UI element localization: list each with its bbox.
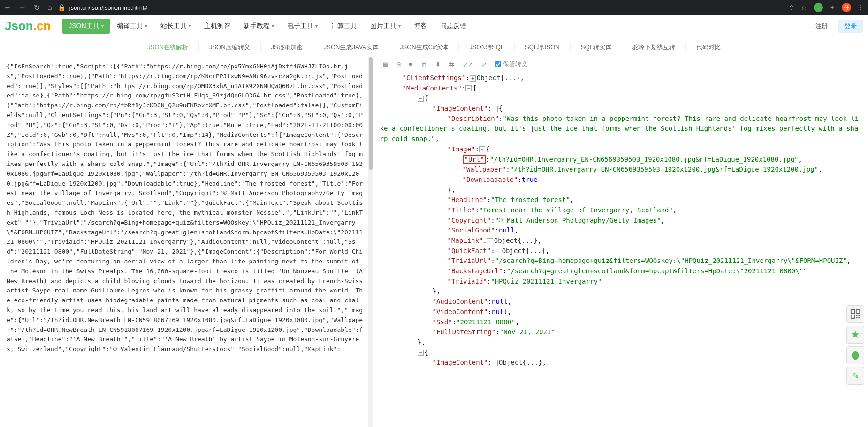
svg-rect-0 [851, 310, 854, 313]
reload-icon[interactable]: ↻ [34, 3, 40, 12]
subnav-item[interactable]: JSON压缩转义 [199, 43, 261, 52]
svg-rect-1 [856, 310, 860, 313]
subnav-item[interactable]: SQL转实体 [571, 43, 622, 52]
main-area: {"IsEnSearch":true,"Scripts":[{"Path":"h… [0, 57, 868, 427]
chevron-down-icon: ▾ [315, 23, 318, 29]
user-avatar[interactable]: 仔 [842, 3, 851, 12]
scrollbar-thumb[interactable] [369, 57, 373, 170]
login-button[interactable]: 登录 [838, 20, 863, 33]
lock-icon: 🔒 [58, 4, 66, 11]
menu-item[interactable]: JSON工具▾ [62, 19, 110, 34]
svg-rect-4 [858, 315, 860, 316]
menu-item[interactable]: 问题反馈 [434, 19, 473, 34]
delete-icon[interactable]: 🗑 [421, 61, 427, 68]
collapse-icon[interactable]: ↙↗ [463, 61, 473, 68]
forward-icon: → [19, 3, 26, 12]
back-icon[interactable]: ← [4, 3, 11, 12]
collapse-icon[interactable]: − [465, 85, 472, 91]
url-key-highlighted: "Url" [463, 155, 486, 164]
menu-item[interactable]: 新手教程▾ [237, 19, 281, 34]
main-menu: JSON工具▾编译工具▾站长工具▾主机测评新手教程▾电子工具▾计算工具图片工具▾… [62, 19, 809, 34]
subnav-item[interactable]: 代码对比 [686, 43, 731, 52]
subnav-item[interactable]: 驼峰下划线互转 [622, 43, 686, 52]
edit-button[interactable]: ✎ [846, 367, 864, 385]
home-icon[interactable]: ⌂ [47, 3, 52, 12]
chevron-down-icon: ▾ [272, 23, 274, 29]
bookmark-icon[interactable]: ☆ [801, 4, 807, 11]
subnav-item[interactable]: JS混淆加密 [261, 43, 313, 52]
extension-icon[interactable] [814, 3, 823, 12]
keep-escape-checkbox[interactable]: 保留转义 [495, 60, 527, 68]
menu-icon[interactable]: ⋮ [858, 4, 864, 11]
expand-icon[interactable]: + [487, 238, 493, 244]
save-icon[interactable]: ⎘ [397, 61, 401, 68]
browser-toolbar: ← → ↻ ⌂ 🔒 json.cn/json/jsononline.html# … [0, 0, 868, 15]
svg-rect-3 [856, 315, 858, 316]
chevron-down-icon: ▾ [398, 23, 401, 29]
download-icon[interactable]: ⬇ [435, 61, 441, 68]
extensions-icon[interactable]: ✦ [830, 4, 835, 11]
format-icon[interactable]: ≡ [409, 61, 413, 68]
svg-point-7 [852, 351, 859, 360]
menu-item[interactable]: 站长工具▾ [154, 19, 198, 34]
menu-item[interactable]: 博客 [407, 19, 434, 34]
expand-icon[interactable]: + [492, 360, 498, 366]
subnav-item[interactable]: JSON生成C#实体 [389, 43, 459, 52]
scrollbar[interactable] [368, 57, 373, 427]
expand-icon[interactable]: + [495, 248, 501, 254]
menu-item[interactable]: 图片工具▾ [364, 19, 407, 34]
copy-icon[interactable]: ▤ [383, 61, 388, 68]
url-text[interactable]: json.cn/json/jsononline.html# [69, 4, 147, 11]
float-sidebar: ★ ✎ [846, 305, 864, 385]
logo[interactable]: Json.cn [5, 19, 51, 33]
collapse-icon[interactable]: − [492, 106, 498, 112]
register-button[interactable]: 注册 [809, 20, 834, 33]
subnav-item[interactable]: JSON生成JAVA实体 [313, 43, 389, 52]
menu-item[interactable]: 编译工具▾ [110, 19, 154, 34]
raw-json-input[interactable]: {"IsEnSearch":true,"Scripts":[{"Path":"h… [0, 57, 373, 359]
expand-icon[interactable]: ⤢ [481, 61, 487, 68]
collapse-icon[interactable]: − [479, 146, 485, 152]
collapse-icon[interactable]: − [418, 96, 424, 102]
site-header: Json.cn JSON工具▾编译工具▾站长工具▾主机测评新手教程▾电子工具▾计… [0, 15, 868, 37]
subnav-item[interactable]: JSON在线解析 [137, 43, 199, 52]
input-pane: {"IsEnSearch":true,"Scripts":[{"Path":"h… [0, 57, 373, 427]
json-tree[interactable]: "ClientSettings":+Object{...}, "MediaCon… [373, 71, 868, 375]
chevron-down-icon: ▾ [189, 23, 191, 29]
menu-item[interactable]: 主机测评 [198, 19, 237, 34]
expand-icon[interactable]: + [470, 75, 476, 82]
output-toolbar: ▤ ⎘ ≡ 🗑 ⬇ ⇆ ↙↗ ⤢ 保留转义 [373, 57, 868, 71]
qq-button[interactable] [846, 346, 864, 364]
subnav-item[interactable]: SQL转JSON [515, 43, 571, 52]
output-pane: ▤ ⎘ ≡ 🗑 ⬇ ⇆ ↙↗ ⤢ 保留转义 "ClientSettings":+… [373, 57, 868, 427]
qr-code-button[interactable] [846, 305, 864, 323]
svg-rect-2 [851, 315, 854, 318]
share-icon[interactable]: ⇆ [449, 61, 454, 68]
svg-rect-5 [856, 317, 858, 318]
favorite-button[interactable]: ★ [846, 326, 864, 344]
sub-nav: JSON在线解析JSON压缩转义JS混淆加密JSON生成JAVA实体JSON生成… [0, 37, 868, 57]
svg-rect-6 [858, 317, 860, 318]
chevron-down-icon: ▾ [145, 23, 147, 29]
chevron-down-icon: ▾ [101, 23, 104, 29]
menu-item[interactable]: 电子工具▾ [281, 19, 324, 34]
subnav-item[interactable]: JSON转SQL [459, 43, 515, 52]
collapse-icon[interactable]: − [418, 350, 424, 356]
menu-item[interactable]: 计算工具 [324, 19, 364, 34]
share-icon[interactable]: ⇧ [789, 4, 794, 11]
